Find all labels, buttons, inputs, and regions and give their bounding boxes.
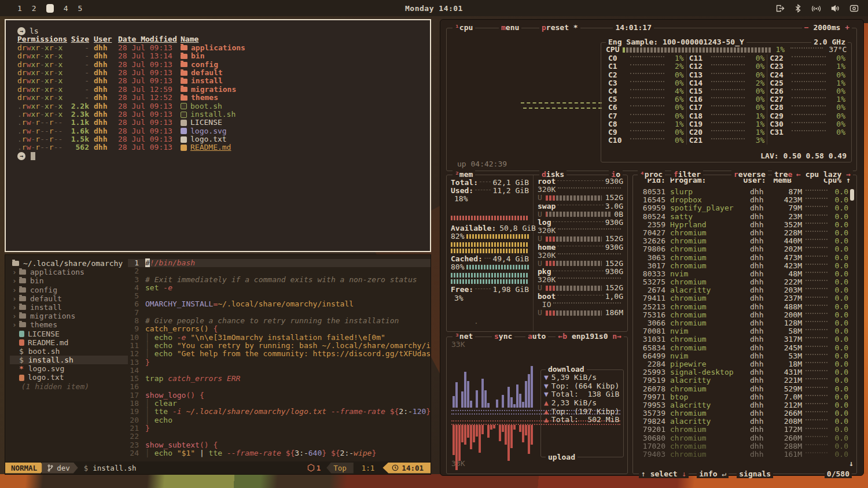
tab-mem[interactable]: ²mem xyxy=(453,171,475,179)
disks-label[interactable]: disks xyxy=(539,171,567,179)
tree-item-boot.sh[interactable]: $ boot.sh xyxy=(10,347,128,356)
tree-item-logo.svg[interactable]: * logo.svg xyxy=(10,364,128,373)
text: d xyxy=(17,85,22,94)
disk-io: 320K xyxy=(538,276,556,284)
process-row[interactable]: 30680chromiumdhh260M0.0 xyxy=(635,434,848,442)
up-bar xyxy=(470,425,472,449)
tree-item-LICENSE[interactable]: LICENSE xyxy=(10,330,128,338)
process-mem: 440M xyxy=(774,237,802,245)
process-row[interactable]: 25993signal-desktopdhh431M0.0 xyxy=(635,368,848,376)
tree-item-config[interactable]: ›config xyxy=(10,286,128,294)
tab-proc[interactable]: ⁴proc xyxy=(638,171,665,179)
tree-item-themes[interactable]: ›themes xyxy=(10,320,128,329)
tree-item-logo.txt[interactable]: logo.txt xyxy=(10,373,128,382)
net-auto-button[interactable]: auto xyxy=(525,332,548,341)
process-row[interactable]: 16545dropboxdhh423M0.0 xyxy=(635,196,848,204)
process-row[interactable]: 79806chromiumdhh202M0.0 xyxy=(635,245,848,253)
process-row[interactable]: 79971btopdhh7.0M0.0 xyxy=(635,393,848,401)
process-row[interactable]: 26078chromiumdhh529M0.0 xyxy=(635,385,848,393)
tree-item-bin[interactable]: ›bin xyxy=(10,276,128,285)
tab-cpu[interactable]: ¹cpu xyxy=(453,24,475,32)
process-row[interactable]: 17020chromiumdhh288M0.0 xyxy=(635,442,848,450)
process-cpu: 0.0 xyxy=(831,385,848,393)
process-row[interactable]: 70427chromiumdhh228M0.0 xyxy=(635,229,848,237)
code-line-8: 8# Give people a chance to retry running… xyxy=(128,317,431,325)
preset-button[interactable]: preset * xyxy=(539,24,580,32)
process-row[interactable]: 2359Hyprlanddhh352M0.0 xyxy=(635,221,848,229)
text: clear xyxy=(155,399,177,408)
process-mem: 208M xyxy=(774,417,802,426)
process-row[interactable]: 70081nvimdhh58M0.0 xyxy=(635,327,848,335)
process-pid: 3063 xyxy=(635,254,665,262)
proc-footer-info[interactable]: info ↵ xyxy=(697,470,729,478)
proc-footer-select[interactable]: ↑ select ↓ xyxy=(639,470,689,478)
process-row[interactable]: 80524sattydhh23M0.0 xyxy=(635,213,848,221)
process-row[interactable]: 2674alacrittydhh203M0.0 xyxy=(635,286,848,294)
process-row[interactable]: 79519alacrittydhh221M0.0 xyxy=(635,376,848,385)
core-meter xyxy=(630,114,664,115)
folder-icon xyxy=(19,287,26,293)
process-row[interactable]: 3066chromiumdhh128M0.0 xyxy=(635,319,848,327)
core-usage: 0% xyxy=(667,71,684,79)
process-row[interactable]: 79411chromiumdhh237M0.0 xyxy=(635,294,848,302)
shell-file-icon: $ xyxy=(19,356,28,364)
process-row[interactable]: 79403chromiumdhh161M0.0 xyxy=(635,450,848,459)
io-toggle[interactable]: io xyxy=(609,171,623,179)
text: logo.svg xyxy=(28,364,65,373)
tree-item-migrations[interactable]: ›migrations xyxy=(10,312,128,320)
net-interface[interactable]: ←b enp191s0 n→ xyxy=(556,332,624,341)
refresh-interval[interactable]: − 2000ms + xyxy=(802,24,852,32)
code-text: # Give people a chance to retry running … xyxy=(145,317,399,325)
process-row[interactable]: 3063chromiumdhh473M0.0 xyxy=(635,254,848,262)
tree-item-README.md[interactable]: README.md xyxy=(10,338,128,347)
tree-root[interactable]: ~/.local/share/omarchy xyxy=(10,259,128,268)
net-sync-button[interactable]: sync xyxy=(492,332,514,341)
terminal-window-ls[interactable]: → ls Permissions Size User Date Modified… xyxy=(5,19,431,252)
process-row[interactable]: 75316chromiumdhh200M0.0 xyxy=(635,311,848,319)
process-name: chromium xyxy=(665,254,750,262)
menu-button[interactable]: menu xyxy=(499,24,521,32)
neovim-window[interactable]: ~/.local/share/omarchy ›applications›bin… xyxy=(5,254,431,475)
text xyxy=(150,449,155,457)
tree-item-default[interactable]: ›default xyxy=(10,294,128,303)
tree-item-install.sh[interactable]: $ install.sh xyxy=(10,356,128,364)
tree-item-applications[interactable]: ›applications xyxy=(10,268,128,276)
process-name: slurp xyxy=(665,188,750,196)
process-row[interactable]: 32626chromiumdhh440M0.0 xyxy=(635,237,848,245)
tree-item--1-hidden-item-[interactable]: (1 hidden item) xyxy=(10,382,128,391)
git-branch-segment: dev xyxy=(42,463,78,474)
process-row[interactable]: 80333nvimdhh48M0.0 xyxy=(635,270,848,278)
proc-sort-selector[interactable]: ← cpu lazy → xyxy=(794,171,853,179)
code-editor[interactable]: 1#!/bin/bash23# Exit immediately if a co… xyxy=(128,255,431,461)
line-number: 8 xyxy=(128,317,145,325)
process-row[interactable]: 35739chromiumdhh266M0.0 xyxy=(635,409,848,417)
proc-reverse-button[interactable]: reverse xyxy=(731,171,768,179)
process-row[interactable]: 2284pipewiredhh18M0.0 xyxy=(635,360,848,368)
text: "Get help from the community: https://di… xyxy=(177,349,431,358)
proc-tree-button[interactable]: tree xyxy=(772,171,795,179)
process-scrollbar-thumb[interactable] xyxy=(850,189,854,201)
process-row[interactable]: 25213chromiumdhh488M0.0 xyxy=(635,303,848,311)
tree-item-install[interactable]: ›install xyxy=(10,303,128,312)
process-row[interactable]: 79201chromiumdhh172M0.0 xyxy=(635,426,848,434)
permissions: drwxr-xr-x xyxy=(17,86,66,94)
process-row[interactable]: 80531slurpdhh87M0.0 xyxy=(635,188,848,196)
process-row[interactable]: 65834chromiumdhh245M0.0 xyxy=(635,344,848,352)
process-mem: 128M xyxy=(774,319,802,327)
text: "You can retry by running: bash ~/.local… xyxy=(177,341,431,350)
btop-window[interactable]: ¹cpu menu preset * 14:01:17 − 2000ms + E… xyxy=(440,19,864,476)
text: x xyxy=(58,93,62,102)
process-row[interactable]: 79824alacrittydhh208M0.0 xyxy=(635,417,848,426)
process-row[interactable]: 79953alacrittydhh212M0.0 xyxy=(635,401,848,409)
proc-footer-signals[interactable]: signals xyxy=(737,470,773,478)
process-row[interactable]: 3017chromiumdhh423M0.0 xyxy=(635,262,848,270)
process-row[interactable]: 69959spotify_playerdhh79M0.0 xyxy=(635,204,848,212)
code-line-3: 3# Exit immediately if a command exits w… xyxy=(128,276,431,284)
process-row[interactable]: 31031chromiumdhh317M0.0 xyxy=(635,335,848,343)
scroll-down-arrow[interactable]: ↓ xyxy=(849,460,854,468)
user: dhh xyxy=(94,94,113,102)
process-row[interactable]: 66499nvimdhh53M0.0 xyxy=(635,352,848,360)
proc-filter-button[interactable]: filter xyxy=(671,171,703,179)
process-mem: 53M xyxy=(774,352,802,360)
process-row[interactable]: 53275chromiumdhh222M0.0 xyxy=(635,278,848,286)
